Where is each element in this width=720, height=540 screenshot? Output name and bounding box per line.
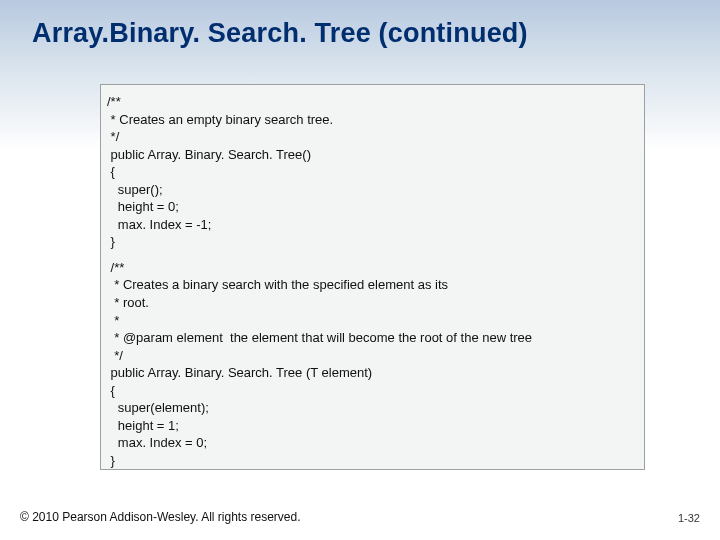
code-line: super(element); <box>107 399 638 417</box>
code-line: * <box>107 312 638 330</box>
copyright-text: © 2010 Pearson Addison-Wesley. All right… <box>20 510 301 524</box>
code-line: { <box>107 163 638 181</box>
code-line: * Creates a binary search with the speci… <box>107 276 638 294</box>
slide: Array.Binary. Search. Tree (continued) /… <box>0 0 720 540</box>
code-line: max. Index = 0; <box>107 434 638 452</box>
code-line: * root. <box>107 294 638 312</box>
code-line: /** <box>107 93 638 111</box>
page-number: 1-32 <box>678 512 700 524</box>
slide-title: Array.Binary. Search. Tree (continued) <box>32 18 688 49</box>
code-line: } <box>107 233 638 251</box>
code-line: height = 1; <box>107 417 638 435</box>
code-line: * @param element the element that will b… <box>107 329 638 347</box>
code-line: */ <box>107 347 638 365</box>
blank-line <box>107 251 638 259</box>
code-line: * Creates an empty binary search tree. <box>107 111 638 129</box>
code-line: height = 0; <box>107 198 638 216</box>
code-line: } <box>107 452 638 470</box>
code-line: /** <box>107 259 638 277</box>
code-listing-box: /** * Creates an empty binary search tre… <box>100 84 645 470</box>
code-line: super(); <box>107 181 638 199</box>
code-line: { <box>107 382 638 400</box>
code-line: public Array. Binary. Search. Tree (T el… <box>107 364 638 382</box>
code-line: */ <box>107 128 638 146</box>
code-line: public Array. Binary. Search. Tree() <box>107 146 638 164</box>
code-line: max. Index = -1; <box>107 216 638 234</box>
